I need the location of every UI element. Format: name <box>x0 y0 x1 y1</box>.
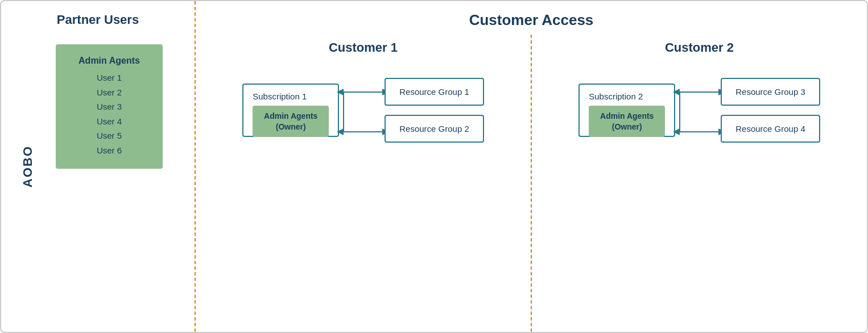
customers-row: Customer 1 Subscription 1 Admin Agents(O… <box>196 35 867 332</box>
subscription2-box: Subscription 2 Admin Agents(Owner) <box>578 84 675 136</box>
subscription1-label: Subscription 1 <box>253 91 329 101</box>
user-list-item: User 3 <box>78 99 140 114</box>
user-list-item: User 2 <box>78 85 140 100</box>
user-list-item: User 1 <box>78 70 140 85</box>
customer-access-section: Customer Access Customer 1 Subscription … <box>196 1 867 332</box>
partner-users-title: Partner Users <box>57 13 139 27</box>
customer1-subscription-area: Subscription 1 Admin Agents(Owner) <box>242 78 484 143</box>
resource-group-2-box: Resource Group 2 <box>385 115 484 143</box>
customer1-panel: Customer 1 Subscription 1 Admin Agents(O… <box>196 35 531 332</box>
resource-group-1-box: Resource Group 1 <box>385 78 484 106</box>
subscription2-label: Subscription 2 <box>589 91 665 101</box>
customer2-subscription-area: Subscription 2 Admin Agents(Owner) <box>578 78 820 143</box>
subscription1-box: Subscription 1 Admin Agents(Owner) <box>242 84 339 136</box>
resource-group-4-box: Resource Group 4 <box>721 115 820 143</box>
customer1-title: Customer 1 <box>329 40 398 55</box>
customer1-resource-groups: Resource Group 1 Resource Group 2 <box>385 78 484 143</box>
subscription1-admin-badge: Admin Agents(Owner) <box>253 106 329 136</box>
resource-group-3-box: Resource Group 3 <box>721 78 820 106</box>
diagram-container: Partner Users AOBO Admin Agents User 1Us… <box>0 0 868 333</box>
user-list-item: User 6 <box>78 143 140 158</box>
customer2-resource-groups: Resource Group 3 Resource Group 4 <box>721 78 820 143</box>
partner-users-section: Partner Users AOBO Admin Agents User 1Us… <box>1 1 195 332</box>
customer2-title: Customer 2 <box>665 40 734 55</box>
admin-agents-box: Admin Agents User 1User 2User 3User 4Use… <box>56 44 163 169</box>
user-list-item: User 5 <box>78 128 140 143</box>
user-list: User 1User 2User 3User 4User 5User 6 <box>78 70 140 157</box>
aobo-label: AOBO <box>20 145 35 188</box>
user-list-item: User 4 <box>78 114 140 129</box>
subscription2-admin-badge: Admin Agents(Owner) <box>589 106 665 136</box>
customer-access-title: Customer Access <box>196 1 867 35</box>
admin-agents-box-title: Admin Agents <box>78 56 140 66</box>
customer2-panel: Customer 2 Subscription 2 Admin Agents(O… <box>532 35 867 332</box>
